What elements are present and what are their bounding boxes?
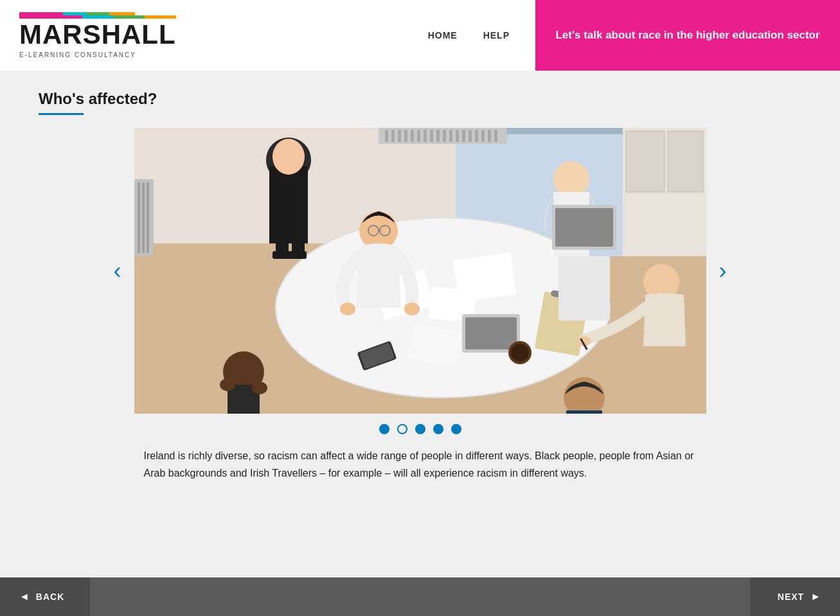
- slide-dot-3[interactable]: [415, 424, 425, 434]
- slide-dots: [39, 424, 801, 434]
- footer-next-section[interactable]: NEXT ►: [750, 577, 840, 616]
- back-label: BACK: [36, 592, 64, 602]
- footer-back-section[interactable]: ◄ BACK: [0, 577, 90, 616]
- next-button[interactable]: NEXT ►: [758, 591, 840, 603]
- svg-rect-21: [462, 130, 465, 142]
- svg-rect-45: [292, 227, 305, 253]
- svg-rect-6: [142, 182, 145, 253]
- svg-rect-22: [469, 130, 472, 142]
- header-banner: Let's talk about race in the higher educ…: [535, 0, 840, 71]
- header: MARSHALL E-LEARNING CONSULTANCY HOME HEL…: [0, 0, 840, 71]
- svg-point-61: [220, 378, 235, 391]
- svg-point-62: [252, 382, 267, 394]
- svg-rect-67: [668, 131, 703, 192]
- svg-rect-10: [391, 130, 395, 142]
- svg-rect-7: [147, 182, 149, 253]
- svg-rect-18: [443, 130, 446, 142]
- svg-rect-66: [626, 131, 665, 192]
- slide-svg: [134, 128, 706, 414]
- slide-image: [134, 128, 706, 414]
- next-arrow-icon: ►: [810, 591, 821, 603]
- slide-dot-2[interactable]: [397, 424, 407, 434]
- back-button[interactable]: ◄ BACK: [0, 591, 84, 603]
- svg-rect-24: [481, 130, 485, 142]
- svg-rect-23: [475, 130, 478, 142]
- banner-text: Let's talk about race in the higher educ…: [555, 28, 819, 43]
- logo-subtitle-text: E-LEARNING CONSULTANCY: [19, 51, 176, 58]
- svg-rect-19: [449, 130, 452, 142]
- back-arrow-icon: ◄: [19, 591, 30, 603]
- help-nav-link[interactable]: HELP: [483, 30, 510, 40]
- svg-rect-47: [289, 251, 307, 259]
- svg-rect-46: [273, 251, 290, 259]
- svg-rect-20: [456, 130, 459, 142]
- next-slide-button[interactable]: ›: [706, 251, 740, 291]
- svg-rect-26: [494, 130, 497, 142]
- svg-rect-16: [430, 130, 433, 142]
- slide-dot-5[interactable]: [451, 424, 461, 434]
- svg-rect-5: [138, 182, 140, 253]
- svg-rect-13: [411, 130, 414, 142]
- svg-rect-17: [436, 130, 440, 142]
- slideshow: ‹: [39, 128, 801, 414]
- svg-point-54: [553, 161, 589, 197]
- next-label: NEXT: [778, 592, 804, 602]
- svg-rect-69: [555, 208, 613, 247]
- logo-area: MARSHALL E-LEARNING CONSULTANCY: [0, 0, 402, 71]
- svg-rect-35: [465, 317, 517, 349]
- svg-rect-25: [488, 130, 491, 142]
- svg-rect-44: [276, 227, 289, 253]
- svg-rect-15: [424, 130, 427, 142]
- svg-point-53: [404, 303, 420, 315]
- main-content: Who's affected? ‹: [0, 71, 840, 540]
- svg-rect-42: [273, 173, 308, 224]
- title-underline: [39, 113, 84, 115]
- svg-rect-12: [404, 130, 407, 142]
- svg-rect-9: [385, 130, 388, 142]
- footer: ◄ BACK NEXT ►: [0, 577, 840, 616]
- logo: MARSHALL E-LEARNING CONSULTANCY: [19, 12, 176, 58]
- logo-marshall-text: MARSHALL: [19, 15, 176, 49]
- svg-rect-30: [452, 252, 515, 302]
- page-title: Who's affected?: [39, 90, 801, 108]
- description-text: Ireland is richly diverse, so racism can…: [144, 447, 697, 482]
- svg-rect-70: [559, 256, 610, 321]
- home-nav-link[interactable]: HOME: [428, 30, 458, 40]
- slide-dot-1[interactable]: [379, 424, 389, 434]
- svg-rect-14: [417, 130, 420, 142]
- svg-point-43: [273, 139, 305, 175]
- footer-center: [90, 577, 750, 616]
- svg-point-52: [340, 303, 355, 315]
- svg-point-37: [511, 344, 529, 362]
- prev-slide-button[interactable]: ‹: [101, 251, 134, 291]
- svg-rect-64: [566, 410, 602, 414]
- svg-rect-11: [398, 130, 401, 142]
- main-nav: HOME HELP: [402, 0, 535, 71]
- slide-dot-4[interactable]: [433, 424, 443, 434]
